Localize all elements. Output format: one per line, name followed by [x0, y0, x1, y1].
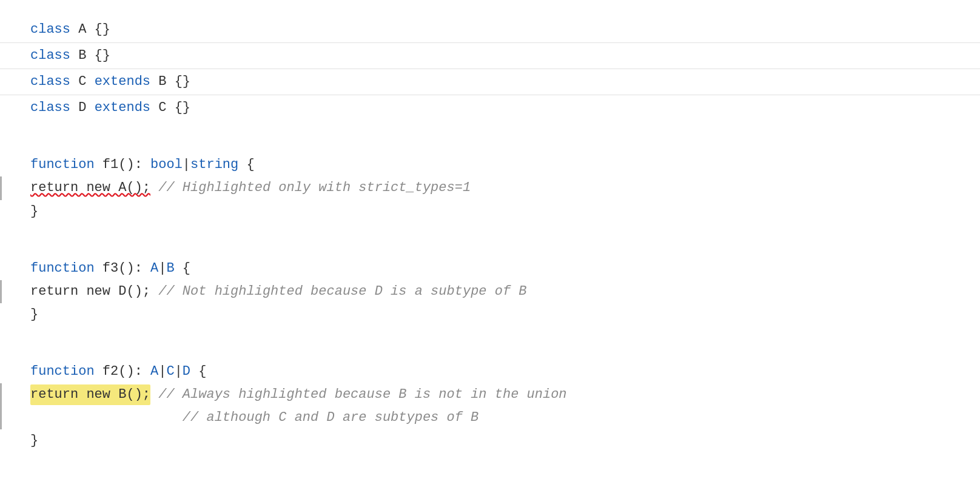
spacer	[0, 223, 980, 240]
line-f1-signature: function f1(): bool|string {	[0, 153, 980, 176]
type-name: A	[150, 361, 158, 382]
code-text: |	[158, 258, 166, 279]
type-name: string	[190, 155, 238, 175]
comment: // Always highlighted because B is not i…	[150, 384, 567, 405]
line-f2-close: }	[0, 429, 980, 452]
spacer	[0, 343, 980, 360]
spacer	[0, 119, 980, 136]
keyword: function	[30, 361, 95, 382]
keyword: function	[30, 258, 95, 279]
keyword: extends	[95, 72, 150, 92]
type-name: B	[166, 258, 174, 279]
code-text: return new D();	[30, 281, 150, 302]
separator	[0, 69, 980, 69]
separator	[0, 95, 980, 95]
code-text: }	[30, 201, 38, 222]
line-class-a: class A {}	[0, 18, 980, 41]
line-f3-signature: function f3(): A|B {	[0, 257, 980, 280]
line-f3-return: return new D(); // Not highlighted becau…	[0, 280, 980, 303]
code-block: class A {} class B {} class C extends B …	[0, 12, 980, 458]
class-section: class A {} class B {} class C extends B …	[0, 18, 980, 119]
line-f1-close: }	[0, 200, 980, 223]
code-text: B {}	[150, 72, 190, 92]
comment: // Not highlighted because D is a subtyp…	[150, 281, 527, 302]
code-text: |	[183, 155, 190, 175]
code-text: {	[190, 361, 206, 382]
code-text: {	[175, 258, 190, 279]
line-f1-return: return new A(); // Highlighted only with…	[0, 176, 980, 200]
function-f2-section: function f2(): A|C|D { return new B(); /…	[0, 360, 980, 452]
code-text: A {}	[70, 19, 110, 40]
keyword: class	[30, 72, 70, 92]
function-f3-section: function f3(): A|B { return new D(); // …	[0, 257, 980, 326]
code-text: |	[158, 361, 166, 382]
code-text: D	[70, 98, 95, 118]
code-text: |	[175, 361, 183, 382]
code-text: {	[238, 155, 254, 175]
keyword: class	[30, 19, 70, 40]
code-text: f3():	[95, 258, 150, 279]
line-f3-close: }	[0, 303, 980, 326]
comment: // although C and D are subtypes of B	[30, 408, 478, 428]
code-text: f2():	[95, 361, 150, 382]
line-class-c: class C extends B {}	[0, 70, 980, 93]
type-name: A	[150, 258, 158, 279]
code-text: B {}	[70, 45, 110, 66]
highlighted-return: return new A();	[30, 178, 150, 198]
keyword: function	[30, 155, 95, 175]
code-text: C {}	[150, 98, 190, 118]
type-name: C	[166, 361, 174, 382]
line-class-b: class B {}	[0, 44, 980, 67]
spacer	[0, 326, 980, 343]
separator	[0, 42, 980, 43]
keyword: class	[30, 45, 70, 66]
line-f2-comment2: // although C and D are subtypes of B	[0, 406, 980, 429]
line-f2-return: return new B(); // Always highlighted be…	[0, 383, 980, 406]
code-text: C	[70, 72, 95, 92]
spacer	[0, 240, 980, 257]
function-f1-section: function f1(): bool|string { return new …	[0, 153, 980, 223]
comment: // Highlighted only with strict_types=1	[150, 178, 471, 198]
type-name: bool	[150, 155, 183, 175]
keyword: extends	[95, 98, 150, 118]
keyword: class	[30, 98, 70, 118]
line-class-d: class D extends C {}	[0, 96, 980, 119]
highlighted-return-yellow: return new B();	[30, 384, 150, 405]
code-text: }	[30, 431, 38, 451]
code-text: }	[30, 304, 38, 325]
spacer	[0, 136, 980, 153]
line-f2-signature: function f2(): A|C|D {	[0, 360, 980, 383]
code-text: f1():	[95, 155, 150, 175]
type-name: D	[183, 361, 190, 382]
